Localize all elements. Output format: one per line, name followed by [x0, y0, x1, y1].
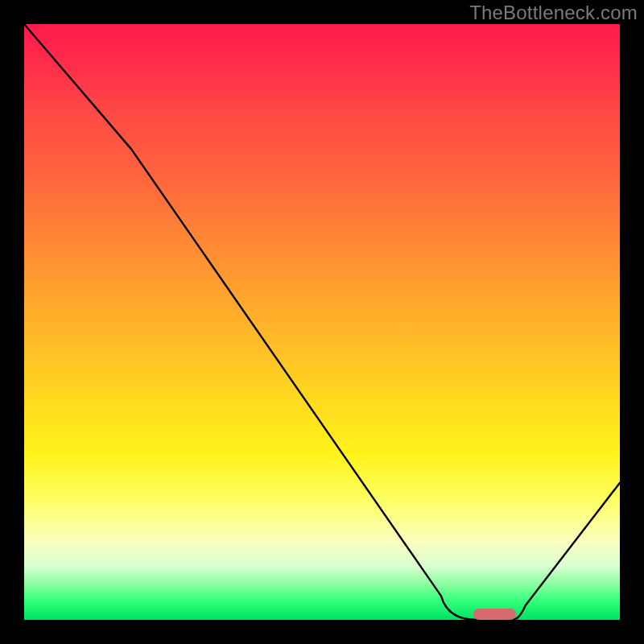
attribution-text: TheBottleneck.com: [469, 2, 638, 24]
plot-area: [24, 24, 620, 620]
bottleneck-curve: [24, 24, 620, 620]
optimal-range-marker: [473, 609, 515, 620]
chart-frame: TheBottleneck.com: [0, 0, 644, 644]
